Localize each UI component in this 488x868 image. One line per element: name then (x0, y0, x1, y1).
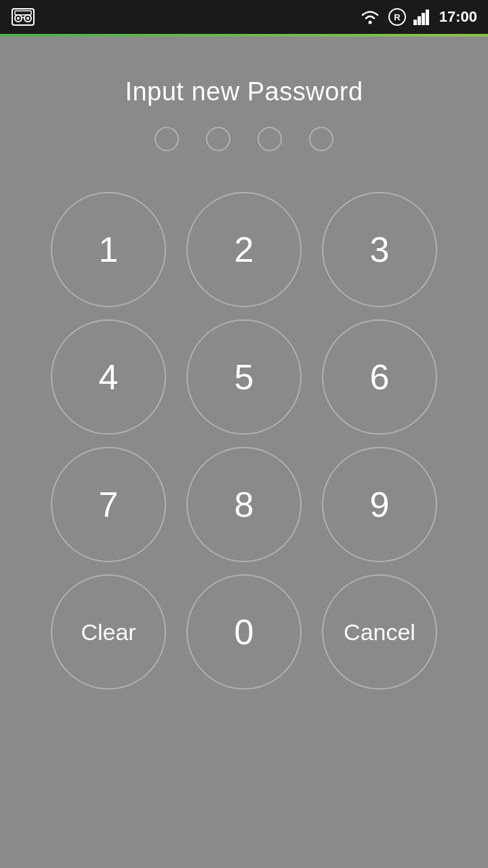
pin-dots-container (155, 127, 333, 151)
svg-rect-11 (422, 13, 425, 25)
status-bar-right: R 17:00 (359, 7, 477, 26)
pin-dot-4 (309, 127, 333, 151)
key-5[interactable]: 5 (186, 319, 302, 435)
key-cancel[interactable]: Cancel (322, 574, 437, 690)
key-1[interactable]: 1 (51, 192, 166, 307)
pin-dot-1 (155, 127, 179, 151)
status-time: 17:00 (439, 8, 477, 26)
key-4[interactable]: 4 (51, 319, 166, 435)
keypad-row-3: 7 8 9 (51, 447, 437, 562)
signal-icon (413, 9, 432, 25)
keypad-row-1: 1 2 3 (51, 192, 437, 307)
svg-point-4 (26, 17, 29, 20)
status-bar-left (11, 7, 35, 26)
pin-dot-3 (258, 127, 282, 151)
r-badge-icon: R (388, 7, 407, 26)
page-title: Input new Password (125, 77, 363, 106)
key-0[interactable]: 0 (186, 574, 302, 690)
svg-rect-9 (413, 20, 417, 25)
key-6[interactable]: 6 (322, 319, 437, 435)
pin-dot-2 (206, 127, 230, 151)
main-content: Input new Password 1 2 3 4 5 6 7 8 9 Cle… (0, 37, 488, 868)
key-7[interactable]: 7 (51, 447, 166, 562)
keypad-row-4: Clear 0 Cancel (51, 574, 437, 690)
svg-rect-5 (15, 11, 31, 15)
svg-text:R: R (394, 12, 401, 22)
svg-point-6 (368, 21, 371, 24)
svg-rect-10 (418, 16, 421, 25)
svg-rect-12 (426, 9, 429, 25)
key-9[interactable]: 9 (322, 447, 437, 562)
svg-point-3 (17, 17, 20, 20)
key-8[interactable]: 8 (186, 447, 302, 562)
keypad-row-2: 4 5 6 (51, 319, 437, 435)
tape-icon (11, 7, 35, 26)
key-2[interactable]: 2 (186, 192, 302, 307)
key-clear[interactable]: Clear (51, 574, 166, 690)
keypad: 1 2 3 4 5 6 7 8 9 Clear 0 Cancel (51, 192, 437, 690)
status-bar: R 17:00 (0, 0, 488, 34)
key-3[interactable]: 3 (322, 192, 437, 307)
wifi-icon (359, 8, 381, 26)
